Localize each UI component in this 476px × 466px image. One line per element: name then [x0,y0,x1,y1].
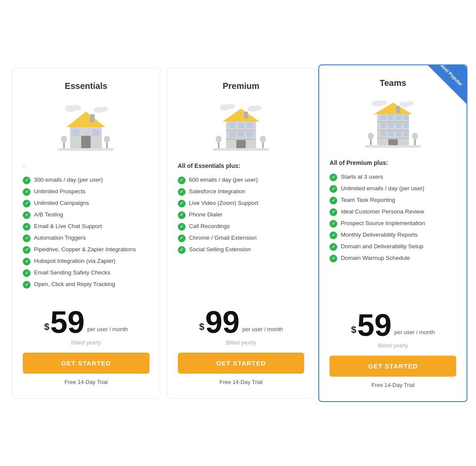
svg-rect-59 [388,139,398,145]
most-popular-text: Most Popular [437,65,466,88]
feature-text: Email & Live Chat Support [34,222,102,231]
price-section: $ 59 per user / month Billed yearly [23,302,150,346]
feature-item: Automation Triggers [23,234,150,242]
feature-text: Domain and Deliverability Setup [341,243,423,251]
feature-text: Salesforce Integration [189,188,245,196]
feature-item: Prospect Source Implementation [330,219,456,228]
feature-item: Live Video (Zoom) Support [178,199,305,207]
feature-item: Phone Dialer [178,211,305,219]
get-started-button[interactable]: GET STARTED [23,353,150,374]
svg-rect-54 [404,123,409,128]
check-icon [178,188,186,196]
currency-symbol: $ [199,321,204,332]
feature-text: Starts at 3 users [341,173,383,181]
svg-rect-45 [377,130,409,131]
check-icon [178,211,186,219]
check-icon [23,200,31,207]
feature-item: A/B Testing [23,211,150,219]
billed-yearly: Billed yearly [178,339,305,346]
billed-yearly: Billed yearly [330,342,456,349]
feature-item: Unlimited emails / day (per user) [330,185,456,193]
features-list: 300 emails / day (per user) Unlimited Pr… [23,176,150,292]
svg-point-61 [368,133,374,140]
svg-point-1 [73,105,81,111]
feature-text: Team Task Reporting [341,196,395,204]
svg-rect-56 [388,131,394,136]
plan-card-essentials: Essentials - 300 emails / [12,68,160,399]
feature-text: Live Video (Zoom) Support [189,199,258,207]
svg-rect-55 [381,131,386,136]
svg-marker-6 [67,112,105,127]
price-period: per user / month [242,326,283,332]
feature-item: Team Task Reporting [330,196,456,204]
price-period: per user / month [394,329,435,335]
feature-text: Email Sending Safety Checks [34,269,110,277]
feature-item: Pipedrive, Copper & Zapier Integrations [23,246,150,254]
svg-rect-36 [213,148,269,151]
svg-rect-23 [226,130,256,131]
price-line: $ 59 per user / month [330,310,456,341]
feature-text: Phone Dialer [189,211,223,219]
feature-text: Prospect Source Implementation [341,219,425,228]
svg-rect-7 [90,114,95,122]
svg-rect-24 [226,139,256,140]
check-icon [330,220,337,228]
feature-text: Automation Triggers [34,234,86,242]
check-icon [23,188,31,196]
svg-rect-26 [238,123,244,128]
price-amount: 99 [205,307,240,338]
svg-point-3 [100,107,108,112]
svg-rect-31 [236,140,246,148]
feature-item: Unlimited Campaigns [23,199,150,207]
check-icon [23,269,31,277]
svg-rect-22 [244,112,248,119]
feature-text: Ideal Customer Persona Review [341,208,424,216]
check-icon [23,177,31,184]
get-started-button[interactable]: GET STARTED [178,353,305,374]
pricing-container: Essentials - 300 emails / [9,64,467,402]
feature-item: Domain and Deliverability Setup [330,243,456,251]
svg-point-12 [61,136,67,143]
check-icon [330,255,337,262]
svg-point-14 [104,136,110,143]
price-amount: 59 [50,307,85,338]
check-icon [23,235,31,242]
svg-rect-58 [404,131,409,136]
feature-item: 600 emails / day (per user) [178,176,305,184]
check-icon [330,197,337,204]
plan-subtitle: - [23,162,150,171]
svg-point-33 [216,136,222,143]
most-popular-badge: Most Popular [428,65,467,104]
feature-text: Pipedrive, Copper & Zapier Integrations [34,246,136,254]
free-trial-text: Free 14-Day Trial [330,382,456,388]
plan-title: Essentials [23,81,150,91]
get-started-button[interactable]: GET STARTED [330,356,456,377]
features-list: Starts at 3 users Unlimited emails / day… [330,173,456,295]
plan-card-premium: Premium All of Essent [167,68,315,399]
check-icon [178,177,186,184]
check-icon [23,246,31,254]
svg-point-19 [254,105,262,110]
plan-title: Premium [178,81,305,91]
feature-text: Unlimited emails / day (per user) [341,185,424,193]
feature-text: Unlimited Campaigns [34,199,89,207]
free-trial-text: Free 14-Day Trial [23,379,150,385]
currency-symbol: $ [351,324,356,335]
svg-rect-30 [247,132,253,137]
svg-rect-48 [388,115,394,120]
plan-subtitle: All of Premium plus: [330,159,456,168]
check-icon [23,281,31,289]
price-section: $ 59 per user / month Billed yearly [330,305,456,349]
feature-text: 300 emails / day (per user) [34,176,103,184]
check-icon [178,246,186,254]
svg-rect-57 [396,131,401,136]
check-icon [23,258,31,265]
svg-point-63 [412,133,418,140]
feature-item: Salesforce Integration [178,188,305,196]
svg-point-40 [406,101,414,106]
feature-item: Unlimited Prospects [23,188,150,196]
svg-rect-8 [81,136,91,148]
svg-rect-27 [247,123,253,128]
price-section: $ 99 per user / month Billed yearly [178,302,305,346]
plan-illustration [178,98,305,154]
